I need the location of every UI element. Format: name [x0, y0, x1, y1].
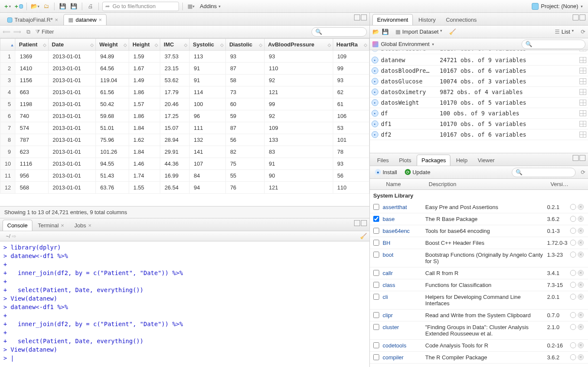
pkg-name-link[interactable]: cluster	[383, 323, 425, 331]
expand-object-icon[interactable]	[372, 89, 378, 95]
view-data-icon[interactable]	[579, 57, 586, 63]
pkg-load-checkbox[interactable]	[373, 270, 379, 276]
pkg-remove-icon[interactable]: ✕	[578, 228, 584, 234]
console-minimize-icon[interactable]	[354, 220, 360, 226]
col-header-Date[interactable]: Date◇	[48, 39, 96, 51]
forward-button[interactable]: ⟹	[13, 29, 21, 35]
col-header-Height[interactable]: Height◇	[129, 39, 160, 51]
pkg-load-checkbox[interactable]	[373, 216, 379, 222]
expand-object-icon[interactable]	[372, 110, 378, 117]
pkg-remove-icon[interactable]: ✕	[578, 324, 584, 330]
pkg-search-input[interactable]: 🔍	[512, 168, 576, 177]
env-object-row[interactable]: datosOximetry9872 obs. of 4 variables	[370, 87, 588, 97]
load-workspace-button[interactable]: 📂	[372, 29, 379, 35]
env-object-row[interactable]: df210167 obs. of 6 variables	[370, 129, 588, 140]
env-maximize-icon[interactable]	[579, 14, 585, 20]
close-icon[interactable]: ×	[88, 222, 92, 229]
pkg-web-icon[interactable]	[570, 252, 576, 258]
table-row[interactable]: 125682013-01-0163.761.5526.549476121110	[0, 182, 369, 194]
env-object-row[interactable]: datanew24721 obs. of 9 variables	[370, 55, 588, 66]
save-button[interactable]: 💾	[58, 2, 67, 11]
pkg-remove-icon[interactable]: ✕	[578, 216, 584, 222]
close-icon[interactable]: ×	[99, 17, 102, 23]
env-object-list[interactable]: BloodPressure10167 obs. of 6 variablesda…	[370, 50, 588, 153]
pkg-tab-viewer[interactable]: Viewer	[473, 155, 499, 166]
table-row[interactable]: 46632013-01-0161.561.8617.791147312162	[0, 86, 369, 98]
print-button[interactable]: 🖨	[86, 2, 95, 11]
pkg-name-link[interactable]: class	[383, 281, 425, 289]
pkg-remove-icon[interactable]: ✕	[578, 204, 584, 210]
new-project-button[interactable]: ＋	[14, 2, 23, 11]
pkg-name-link[interactable]: cli	[383, 293, 425, 301]
pkg-tab-files[interactable]: Files	[372, 155, 393, 166]
pkg-load-checkbox[interactable]	[373, 342, 379, 348]
pkg-name-link[interactable]: BH	[383, 239, 425, 247]
pkg-list[interactable]: System Library assertthatEasy Pre and Po…	[370, 190, 588, 367]
expand-cols-button[interactable]: ⧉	[26, 29, 30, 35]
env-object-row[interactable]: df100 obs. of 9 variables	[370, 108, 588, 119]
env-object-row[interactable]: BloodPressure10167 obs. of 6 variables	[370, 50, 588, 54]
data-viewer[interactable]: ▴Patient◇Date◇Weight◇Height◇IMC◇Systolic…	[0, 38, 369, 206]
env-object-row[interactable]: df110170 obs. of 5 variables	[370, 119, 588, 129]
pkg-name-link[interactable]: base64enc	[383, 227, 425, 235]
env-object-row[interactable]: datosBloodPre…10167 obs. of 6 variables	[370, 66, 588, 76]
console-tab-terminal[interactable]: Terminal×	[33, 220, 69, 231]
col-header-Systolic[interactable]: Systolic◇	[189, 39, 225, 51]
goto-file-function-input[interactable]: ➦ Go to file/function	[102, 2, 179, 11]
pkg-remove-icon[interactable]: ✕	[578, 312, 584, 318]
pkg-remove-icon[interactable]: ✕	[578, 270, 584, 276]
pkg-name-link[interactable]: boot	[383, 251, 425, 259]
view-data-icon[interactable]	[579, 100, 586, 106]
import-dataset-button[interactable]: ▦Import Dataset▾	[394, 29, 444, 35]
view-data-icon[interactable]	[579, 89, 586, 95]
pkg-name-link[interactable]: clipr	[383, 311, 425, 319]
pkg-load-checkbox[interactable]	[373, 324, 379, 330]
source-minimize-icon[interactable]	[354, 14, 360, 20]
table-row[interactable]: 67402013-01-0159.681.8617.25965992106	[0, 110, 369, 122]
pkg-name-link[interactable]: base	[383, 215, 425, 223]
table-row[interactable]: 119562013-01-0151.431.7416.9984559056	[0, 170, 369, 182]
pkg-name-link[interactable]: assertthat	[383, 203, 425, 211]
pkg-name-link[interactable]: codetools	[383, 341, 425, 350]
pkg-load-checkbox[interactable]	[373, 252, 379, 258]
pkg-tab-help[interactable]: Help	[451, 155, 472, 166]
close-icon[interactable]: ×	[55, 17, 58, 23]
grid-tool-button[interactable]: ▦▾	[186, 2, 196, 11]
console-tab-console[interactable]: Console	[3, 220, 32, 231]
pkg-name-link[interactable]: callr	[383, 269, 425, 277]
pkg-remove-icon[interactable]: ✕	[578, 282, 584, 288]
clear-workspace-button[interactable]: 🧹	[449, 29, 456, 35]
pkg-name-link[interactable]: compiler	[383, 353, 425, 361]
view-data-icon[interactable]	[579, 132, 586, 138]
env-tab-history[interactable]: History	[414, 14, 440, 25]
dataview-search-input[interactable]: 🔍	[311, 27, 367, 37]
open-file-button[interactable]: 📂▾	[30, 2, 40, 11]
pkg-remove-icon[interactable]: ✕	[578, 342, 584, 348]
table-row[interactable]: 96232013-01-01101.261.8429.91141828378	[0, 146, 369, 158]
expand-object-icon[interactable]	[372, 131, 378, 138]
pkg-tab-plots[interactable]: Plots	[394, 155, 416, 166]
env-minimize-icon[interactable]	[573, 14, 579, 20]
pkg-remove-icon[interactable]: ✕	[578, 294, 584, 300]
project-menu[interactable]: Project: (None) ▾	[532, 3, 585, 10]
console-output[interactable]: > library(dplyr)> datanew<-df1 %>%+ + in…	[0, 241, 369, 367]
pkg-load-checkbox[interactable]	[373, 312, 379, 318]
table-row[interactable]: 113692013-01-0194.891.5937.531139393109	[0, 51, 369, 63]
env-scope-selector[interactable]: Global Environment▾	[372, 41, 434, 47]
env-tab-environment[interactable]: Environment	[372, 14, 413, 25]
expand-object-icon[interactable]	[372, 99, 378, 106]
env-view-mode-button[interactable]: ☰List▾	[553, 29, 576, 35]
pkg-load-checkbox[interactable]	[373, 240, 379, 246]
pkg-maximize-icon[interactable]	[579, 155, 585, 161]
pkg-web-icon[interactable]	[570, 282, 576, 288]
pkg-web-icon[interactable]	[570, 354, 576, 360]
table-row[interactable]: 87872013-01-0175.961.6228.9413256133101	[0, 134, 369, 146]
view-data-icon[interactable]	[579, 78, 586, 84]
expand-object-icon[interactable]	[372, 50, 378, 52]
console-maximize-icon[interactable]	[361, 220, 367, 226]
pkg-load-checkbox[interactable]	[373, 204, 379, 210]
pkg-tab-packages[interactable]: Packages	[417, 155, 450, 166]
pkg-web-icon[interactable]	[570, 312, 576, 318]
pkg-web-icon[interactable]	[570, 216, 576, 222]
view-data-icon[interactable]	[579, 50, 586, 52]
